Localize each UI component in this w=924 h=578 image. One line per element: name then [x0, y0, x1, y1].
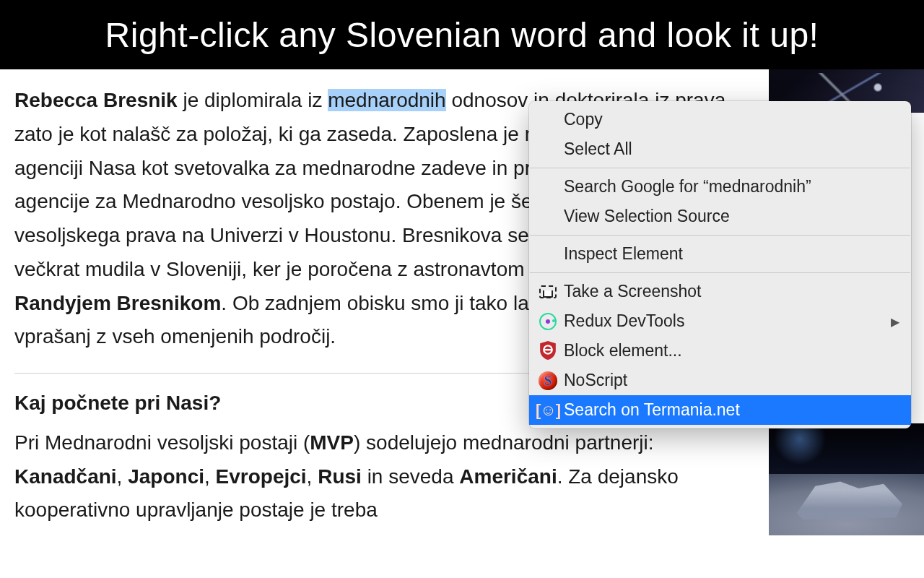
text-fragment: , — [117, 465, 128, 488]
text-fragment: , — [204, 465, 216, 488]
redux-icon — [539, 312, 557, 331]
banner-text: Right-click any Slovenian word and look … — [105, 15, 819, 55]
context-menu: Copy Select All Search Google for “medna… — [529, 101, 911, 428]
menu-block-element[interactable]: Block element... — [529, 336, 911, 366]
menu-separator — [530, 168, 910, 168]
menu-view-selection-source[interactable]: View Selection Source — [529, 202, 911, 231]
partner-americans: Američani — [459, 465, 557, 488]
partner-japanese: Japonci — [128, 465, 204, 488]
svg-rect-1 — [544, 349, 553, 350]
menu-search-termania[interactable]: [☺] Search on Termania.net — [529, 395, 911, 425]
menu-search-google[interactable]: Search Google for “mednarodnih” — [529, 172, 911, 202]
menu-label: Inspect Element — [564, 244, 683, 264]
name-rebecca-bresnik: Rebecca Bresnik — [14, 89, 178, 111]
menu-label: Search on Termania.net — [564, 400, 740, 420]
menu-label: Select All — [564, 139, 632, 159]
promo-banner: Right-click any Slovenian word and look … — [0, 0, 924, 69]
menu-label: View Selection Source — [564, 207, 730, 226]
menu-copy[interactable]: Copy — [529, 105, 911, 134]
screenshot-icon — [539, 282, 557, 301]
paragraph-answer: Pri Mednarodni vesoljski postaji (MVP) s… — [14, 426, 747, 527]
text-fragment: ) sodelujejo mednarodni partnerji: — [354, 431, 654, 454]
menu-label: Copy — [564, 110, 603, 129]
menu-separator — [530, 272, 910, 273]
menu-label: Search Google for “mednarodnih” — [564, 177, 811, 197]
menu-redux-devtools[interactable]: Redux DevTools ▶ — [529, 306, 911, 336]
noscript-icon — [539, 371, 557, 390]
menu-label: Redux DevTools — [564, 311, 684, 331]
text-fragment: in seveda — [362, 465, 459, 488]
selected-word[interactable]: mednarodnih — [328, 89, 445, 111]
text-fragment: je diplomirala iz — [178, 89, 328, 111]
abbrev-mvp: MVP — [310, 431, 354, 454]
menu-label: NoScript — [564, 371, 627, 390]
menu-take-screenshot[interactable]: Take a Screenshot — [529, 277, 911, 306]
question-text: Kaj počnete pri Nasi? — [14, 392, 221, 414]
ublock-icon — [539, 342, 557, 361]
partner-europeans: Evropejci — [216, 465, 307, 488]
name-randy-bresnik: Randyjem Bresnikom — [14, 292, 221, 314]
partner-canadians: Kanadčani — [14, 465, 117, 488]
submenu-arrow-icon: ▶ — [891, 314, 899, 328]
text-fragment: , — [307, 465, 318, 488]
partner-russians: Rusi — [318, 465, 362, 488]
menu-select-all[interactable]: Select All — [529, 134, 911, 164]
menu-separator — [530, 235, 910, 236]
moon-base-image — [769, 423, 924, 535]
text-fragment: Pri Mednarodni vesoljski postaji ( — [14, 431, 310, 454]
menu-noscript[interactable]: NoScript — [529, 366, 911, 395]
menu-label: Block element... — [564, 341, 682, 361]
termania-icon: [☺] — [539, 401, 557, 420]
menu-inspect-element[interactable]: Inspect Element — [529, 239, 911, 269]
menu-label: Take a Screenshot — [564, 282, 702, 301]
